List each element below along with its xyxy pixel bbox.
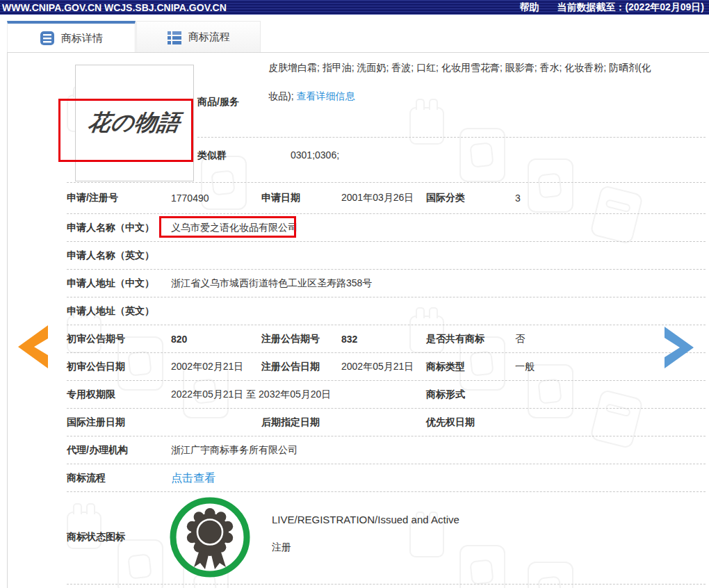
field-row-agency: 代理/办理机构 浙江广宇商标事务所有限公司 (67, 436, 706, 464)
reg-pub-date-value: 2002年05月21日 (341, 361, 414, 373)
address-cn-label: 申请人地址（中文） (67, 277, 154, 290)
field-row-applicant-cn: 申请人名称（中文） 义乌市爱之语化妆品有限公司 (67, 214, 706, 242)
late-designation-label: 后期指定日期 (261, 416, 320, 429)
site-links[interactable]: WWW.CNIPA.GOV.CN WCJS.SBJ.CNIPA.GOV.CN (2, 2, 227, 13)
tm-type-label: 商标类型 (426, 361, 465, 373)
field-row-process: 商标流程 点击查看 (67, 464, 706, 492)
topbar-right: 帮助 当前数据截至：(2022年02月09日) (519, 1, 704, 14)
reg-pub-no-label: 注册公告期号 (261, 333, 320, 345)
process-label: 商标流程 (67, 472, 106, 484)
status-ribbon-medal-icon (168, 496, 252, 579)
mark-and-goods-section: 花の物語 商品/服务 皮肤增白霜; 指甲油; 洗面奶; 香波; 口红; 化妆用雪… (67, 53, 706, 183)
app-date-value: 2001年03月26日 (341, 192, 414, 204)
shared-mark-value: 否 (515, 333, 525, 345)
bulleted-list-icon (167, 30, 182, 45)
divider (197, 137, 706, 138)
data-cutoff-date: 当前数据截至：(2022年02月09日) (557, 1, 704, 14)
field-row-address-cn: 申请人地址（中文） 浙江省义乌市城西街道特色工业区圣寿路358号 (67, 270, 706, 297)
field-row-registration-number: 申请/注册号 1770490 申请日期 2001年03月26日 国际分类 3 (67, 183, 706, 214)
status-text-chinese: 注册 (272, 541, 291, 554)
tab-trademark-details[interactable]: 商标详情 (7, 21, 136, 53)
term-label: 专用权期限 (67, 389, 115, 401)
applicant-cn-value: 义乌市爱之语化妆品有限公司 (171, 222, 298, 234)
reg-pub-date-label: 注册公告日期 (261, 361, 320, 373)
applicant-cn-label: 申请人名称（中文） (67, 222, 154, 234)
first-pub-date-value: 2002年02月21日 (171, 361, 243, 373)
tm-form-label: 商标形式 (426, 389, 465, 401)
field-row-international-dates: 国际注册日期 后期指定日期 优先权日期 (67, 409, 706, 436)
previous-arrow-icon[interactable] (8, 322, 50, 371)
reg-no-label: 申请/注册号 (67, 192, 118, 204)
applicant-en-label: 申请人名称（英文） (67, 250, 154, 262)
next-arrow-icon[interactable] (662, 325, 696, 370)
reg-no-value: 1770490 (171, 193, 209, 204)
top-bar: WWW.CNIPA.GOV.CN WCJS.SBJ.CNIPA.GOV.CN 帮… (0, 0, 709, 15)
view-details-link[interactable]: 查看详细信息 (296, 90, 354, 101)
click-to-view-link[interactable]: 点击查看 (171, 471, 215, 485)
field-row-publication-dates: 初审公告日期 2002年02月21日 注册公告日期 2002年05月21日 商标… (67, 353, 706, 381)
tab-process-label: 商标流程 (188, 31, 230, 44)
intl-class-label: 国际分类 (426, 192, 465, 204)
help-link[interactable]: 帮助 (519, 1, 539, 14)
tab-trademark-process[interactable]: 商标流程 (136, 21, 261, 53)
field-row-status: 商标状态图标 LIVE/REGISTRATI (67, 492, 706, 585)
trademark-mark-text: 花の物語 (86, 108, 183, 138)
tab-details-label: 商标详情 (61, 32, 103, 45)
intl-reg-date-label: 国际注册日期 (67, 416, 125, 429)
address-en-label: 申请人地址（英文） (67, 305, 154, 318)
status-icon-label: 商标状态图标 (67, 531, 125, 544)
agency-label: 代理/办理机构 (67, 444, 128, 457)
agency-value: 浙江广宇商标事务所有限公司 (171, 444, 298, 457)
intl-class-value: 3 (515, 193, 521, 204)
shared-mark-label: 是否共有商标 (426, 333, 484, 345)
app-date-label: 申请日期 (261, 192, 300, 204)
priority-date-label: 优先权日期 (426, 416, 475, 429)
similar-group-label: 类似群 (197, 149, 227, 162)
reg-pub-no-value: 832 (341, 334, 357, 345)
document-list-icon (40, 31, 55, 46)
tab-bar: 商标详情 商标流程 (0, 15, 709, 52)
trademark-image: 花の物語 (75, 65, 194, 181)
similar-group-value: 0301;0306; (291, 149, 339, 161)
field-row-address-en: 申请人地址（英文） (67, 297, 706, 325)
field-row-term: 专用权期限 2022年05月21日 至 2032年05月20日 商标形式 (67, 381, 706, 409)
goods-services-value: 皮肤增白霜; 指甲油; 洗面奶; 香波; 口红; 化妆用雪花膏; 眼影膏; 香水… (268, 54, 652, 111)
first-pub-no-value: 820 (171, 334, 187, 345)
first-pub-no-label: 初审公告期号 (67, 333, 125, 345)
field-row-applicant-en: 申请人名称（英文） (67, 242, 706, 270)
address-cn-value: 浙江省义乌市城西街道特色工业区圣寿路358号 (171, 277, 372, 290)
field-row-publication-numbers: 初审公告期号 820 注册公告期号 832 是否共有商标 否 (67, 325, 706, 353)
goods-services-label: 商品/服务 (197, 96, 239, 108)
trademark-detail-panel: 花の物語 商品/服务 皮肤增白霜; 指甲油; 洗面奶; 香波; 口红; 化妆用雪… (7, 52, 709, 588)
term-value: 2022年05月21日 至 2032年05月20日 (171, 389, 331, 401)
tm-type-value: 一般 (515, 361, 535, 373)
status-text-english: LIVE/REGISTRATION/Issued and Active (272, 514, 459, 525)
first-pub-date-label: 初审公告日期 (67, 361, 125, 373)
